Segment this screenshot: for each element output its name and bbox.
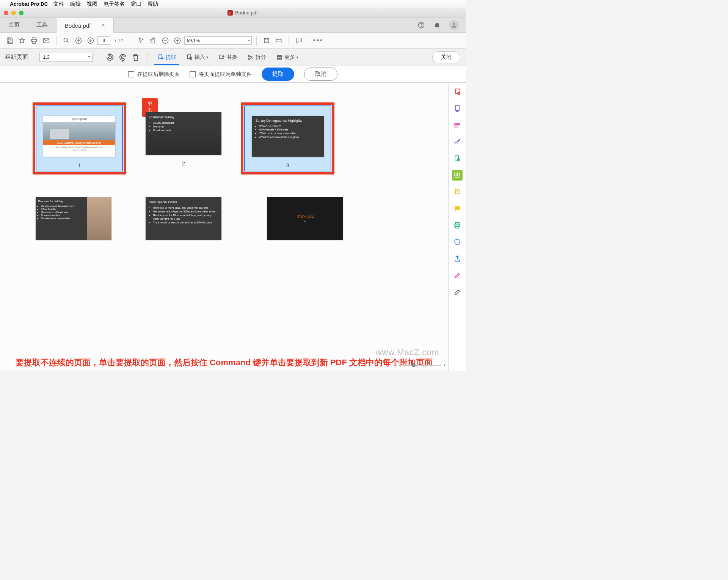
page-thumbnail-3[interactable]: Survey Demographics Highlights 55% Gener…	[244, 105, 331, 171]
svg-rect-14	[276, 39, 281, 42]
avatar[interactable]	[449, 20, 459, 30]
tab-close-icon[interactable]: ×	[101, 22, 105, 29]
svg-point-1	[421, 26, 422, 27]
insert-action[interactable]: 插入▾	[183, 52, 212, 62]
split-action[interactable]: 拆分	[244, 52, 269, 62]
delete-after-checkbox[interactable]: 在提取后删除页面	[128, 71, 180, 78]
page-thumbnail-2[interactable]: Customer Survey 22,000 customers 6 month…	[146, 105, 221, 167]
menu-help[interactable]: 帮助	[147, 1, 158, 8]
window-titlebar: A Bodea.pdf	[0, 8, 466, 17]
menu-view[interactable]: 视图	[87, 1, 97, 8]
combine-icon[interactable]	[452, 153, 463, 164]
close-organize-button[interactable]: 关闭	[432, 51, 460, 63]
slide1-banner: 2018 Customer Survey & Incentive Plan	[43, 140, 115, 145]
svg-point-2	[453, 23, 455, 25]
edit-pdf-icon[interactable]	[452, 120, 463, 130]
tab-tools[interactable]: 工具	[28, 17, 56, 32]
hand-icon[interactable]	[148, 35, 158, 46]
delete-icon[interactable]	[131, 53, 140, 62]
extract-action[interactable]: 提取	[154, 52, 179, 65]
slide3-title: Survey Demographics Highlights	[256, 119, 320, 123]
tabs-bar: 主页 工具 Bodea.pdf ×	[0, 17, 466, 33]
svg-rect-29	[455, 156, 458, 160]
prev-page-icon[interactable]	[73, 35, 84, 46]
menu-edit[interactable]: 编辑	[70, 1, 81, 8]
width-icon[interactable]	[273, 35, 284, 46]
next-page-icon[interactable]	[85, 35, 96, 46]
more-action[interactable]: 更多▾	[273, 52, 301, 62]
extract-options-bar: 在提取后删除页面 将页面提取为单独文件 提取 取消	[0, 66, 466, 83]
separate-files-checkbox[interactable]: 将页面提取为单独文件	[190, 71, 252, 78]
svg-rect-28	[455, 126, 458, 127]
svg-rect-26	[455, 106, 459, 111]
fit-icon[interactable]	[261, 35, 272, 46]
svg-rect-23	[277, 58, 282, 59]
find-icon[interactable]	[61, 35, 72, 46]
cancel-button[interactable]: 取消	[304, 68, 337, 81]
replace-action[interactable]: 替换	[215, 52, 240, 62]
zoom-slider[interactable]: − +	[394, 363, 446, 368]
window-title-text: Bodea.pdf	[235, 10, 257, 16]
tab-home[interactable]: 主页	[0, 17, 28, 32]
tab-document[interactable]: Bodea.pdf ×	[56, 18, 114, 33]
share-icon[interactable]	[452, 253, 463, 264]
more-tools-icon[interactable]: •••	[313, 36, 323, 45]
menu-file[interactable]: 文件	[53, 1, 64, 8]
menu-window[interactable]: 窗口	[131, 1, 141, 8]
window-maximize-icon[interactable]	[19, 11, 24, 15]
slide1-date: April 7, 2018	[43, 149, 115, 151]
thumb-number: 3	[286, 162, 289, 168]
mail-icon[interactable]	[41, 35, 52, 46]
svg-rect-31	[455, 173, 457, 176]
rotate-left-icon[interactable]	[105, 53, 115, 62]
rotate-right-icon[interactable]	[118, 53, 127, 62]
app-name[interactable]: Acrobat Pro DC	[10, 1, 48, 7]
comment-rail-icon[interactable]	[452, 203, 463, 214]
export-pdf-icon[interactable]	[452, 103, 463, 114]
svg-point-20	[248, 58, 250, 60]
svg-rect-3	[9, 41, 11, 42]
compress-icon[interactable]	[452, 187, 463, 197]
zoom-select[interactable]	[184, 36, 252, 45]
save-icon[interactable]	[5, 35, 15, 46]
window-minimize-icon[interactable]	[11, 11, 16, 15]
help-icon[interactable]	[417, 21, 425, 29]
page-thumbnail-5[interactable]: New Special Offers Rent four or more day…	[146, 190, 221, 240]
window-close-icon[interactable]	[4, 11, 8, 15]
svg-point-37	[458, 290, 459, 291]
page-range-input[interactable]	[39, 53, 93, 62]
more-tools-rail-icon[interactable]	[452, 287, 463, 297]
extract-button[interactable]: 提取	[262, 68, 294, 81]
organize-label: 组织页面	[5, 53, 28, 61]
traffic-lights	[4, 11, 24, 15]
page-thumbnail-6[interactable]: Thank you ⊕	[267, 190, 343, 240]
right-tools-rail	[448, 83, 466, 371]
edit-pencil-icon[interactable]	[452, 270, 463, 281]
create-pdf-icon[interactable]	[452, 86, 463, 97]
page-thumbnail-1[interactable]: point2point 2018 Customer Survey & Incen…	[36, 105, 123, 171]
slide2-title: Customer Survey	[149, 115, 218, 119]
page-thumbnail-4[interactable]: Reasons for Joining Concerns about the e…	[36, 190, 111, 240]
svg-rect-33	[455, 189, 459, 194]
mac-menubar: Acrobat Pro DC 文件 编辑 视图 电子签名 窗口 帮助	[0, 0, 466, 8]
instruction-text: 要提取不连续的页面，单击要提取的页面，然后按住 Command 键并单击要提取到…	[0, 356, 448, 369]
thumb-number: 1	[78, 162, 81, 168]
svg-point-8	[64, 38, 67, 42]
sign-icon[interactable]	[452, 137, 463, 147]
comment-icon[interactable]	[293, 35, 304, 46]
window-title: A Bodea.pdf	[24, 10, 462, 16]
svg-rect-32	[457, 173, 460, 176]
menu-esign[interactable]: 电子签名	[104, 1, 125, 8]
organize-icon[interactable]	[452, 170, 463, 181]
zoom-out-icon[interactable]	[160, 35, 171, 46]
print-icon[interactable]	[29, 35, 39, 46]
zoom-in-icon[interactable]	[172, 35, 183, 46]
page-input[interactable]	[97, 36, 110, 45]
selection-icon[interactable]	[136, 35, 146, 46]
thumbnails-area: 单击 point2point 2018 Customer Survey & In…	[0, 83, 448, 371]
bell-icon[interactable]	[433, 21, 441, 29]
svg-rect-6	[33, 41, 36, 43]
print-rail-icon[interactable]	[452, 220, 463, 231]
star-icon[interactable]	[17, 35, 27, 46]
protect-icon[interactable]	[452, 237, 463, 247]
